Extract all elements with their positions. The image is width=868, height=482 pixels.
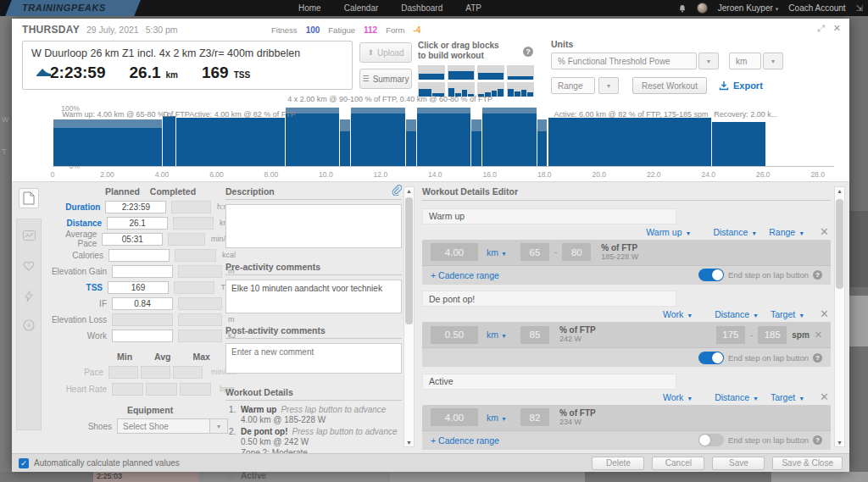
nav-calendar[interactable]: Calendar: [344, 3, 379, 13]
duration-type-dropdown[interactable]: Distance▼: [713, 227, 757, 237]
intensity-input[interactable]: [520, 408, 549, 426]
intensity-input[interactable]: [520, 326, 549, 344]
lap-button-toggle[interactable]: [698, 352, 724, 364]
modal-expand-icon[interactable]: ⤢: [817, 24, 825, 32]
step-unit-dropdown[interactable]: km▼: [487, 413, 507, 423]
tab-power-icon[interactable]: [19, 286, 39, 307]
step-name-input[interactable]: [422, 374, 676, 390]
stat-label[interactable]: TSS: [47, 283, 108, 292]
trainingpeaks-logo[interactable]: TRAININGPEAKS: [22, 3, 106, 13]
intensity-type-dropdown[interactable]: Range▼: [769, 227, 804, 237]
distance-units-chevron-icon[interactable]: ▾: [763, 53, 783, 69]
workout-block[interactable]: [477, 65, 504, 80]
intensity-low-input[interactable]: [520, 243, 549, 261]
post-activity-input[interactable]: [225, 343, 402, 374]
lap-help-icon[interactable]: ?: [813, 270, 822, 280]
workout-title[interactable]: W Duurloop 26 km Z1 incl. 4x 2 km Z3/r= …: [31, 47, 343, 59]
delete-button[interactable]: Delete: [592, 457, 644, 470]
workout-summary-card[interactable]: W Duurloop 26 km Z1 incl. 4x 2 km Z3/r= …: [22, 41, 353, 90]
chart-bar[interactable]: [53, 119, 162, 166]
intensity-units-chevron-icon[interactable]: ▾: [698, 53, 719, 69]
step-name-input[interactable]: [422, 208, 676, 224]
tab-heart-rate-icon[interactable]: [19, 256, 39, 276]
step-unit-dropdown[interactable]: km▼: [487, 247, 507, 258]
notifications-bell-icon[interactable]: [678, 4, 687, 13]
lap-help-icon[interactable]: ?: [813, 353, 822, 363]
chart-bar[interactable]: [339, 119, 350, 166]
step-distance-input[interactable]: [431, 326, 478, 344]
scroll-down-icon[interactable]: ▼: [404, 440, 414, 446]
step-type-dropdown[interactable]: Work▼: [663, 309, 693, 319]
chart-bar[interactable]: [175, 118, 285, 166]
chart-bar[interactable]: [350, 108, 404, 166]
description-input[interactable]: [225, 204, 402, 248]
stat-planned-input[interactable]: [105, 201, 166, 213]
lap-button-toggle[interactable]: [698, 269, 724, 281]
stat-planned-input[interactable]: [112, 330, 173, 342]
chart-bar[interactable]: [416, 108, 470, 166]
chart-bar[interactable]: [548, 118, 711, 166]
lap-button-toggle[interactable]: [698, 434, 724, 446]
tab-chart-icon[interactable]: [19, 225, 39, 246]
nav-home[interactable]: Home: [298, 3, 321, 13]
stat-planned-input[interactable]: [112, 313, 173, 326]
remove-cadence-icon[interactable]: ✕: [815, 330, 822, 341]
comments-scrollbar[interactable]: ▲ ▼: [403, 186, 415, 447]
chart-bar[interactable]: [470, 119, 481, 166]
palette-help-icon[interactable]: ?: [523, 47, 533, 57]
intensity-units-select[interactable]: % Functional Threshold Powe: [551, 53, 697, 69]
save-close-button[interactable]: Save & Close: [772, 457, 843, 470]
lap-help-icon[interactable]: ?: [813, 435, 822, 445]
stat-planned-input[interactable]: [112, 297, 173, 310]
workout-block[interactable]: [448, 65, 475, 80]
stat-label[interactable]: Distance: [47, 219, 107, 228]
stat-planned-input[interactable]: [112, 265, 173, 278]
stat-planned-input[interactable]: [108, 249, 170, 262]
save-button[interactable]: Save: [712, 457, 765, 470]
stat-planned-input[interactable]: [102, 233, 163, 246]
chart-bar[interactable]: [481, 108, 536, 166]
export-button[interactable]: Export: [719, 80, 763, 91]
range-select[interactable]: Range: [551, 77, 595, 94]
pre-activity-input[interactable]: Elke 10 minuten aandacht voor techniek: [225, 280, 402, 313]
delete-step-icon[interactable]: ✕: [820, 227, 829, 237]
user-avatar[interactable]: [697, 3, 708, 14]
tab-details-icon[interactable]: [19, 188, 39, 208]
step-type-dropdown[interactable]: Warm up▼: [646, 227, 691, 237]
cadence-low-input[interactable]: [716, 326, 745, 344]
auto-calc-checkbox[interactable]: ✓: [19, 458, 29, 468]
stat-planned-input[interactable]: [107, 217, 168, 230]
cancel-button[interactable]: Cancel: [652, 457, 704, 470]
nav-dashboard[interactable]: Dashboard: [401, 3, 442, 13]
range-chevron-icon[interactable]: ▾: [598, 77, 619, 94]
step-unit-dropdown[interactable]: km▼: [487, 330, 507, 340]
tab-time-icon[interactable]: [19, 315, 39, 335]
workout-block[interactable]: [418, 65, 445, 80]
intensity-type-dropdown[interactable]: Target▼: [771, 392, 804, 402]
nav-atp[interactable]: ATP: [465, 3, 481, 13]
scroll-down-icon[interactable]: ▼: [835, 440, 844, 446]
upload-button[interactable]: ⬆ Upload: [359, 42, 412, 63]
attachment-paperclip-icon[interactable]: [392, 185, 402, 196]
scroll-up-icon[interactable]: ▲: [835, 188, 844, 194]
intensity-type-dropdown[interactable]: Target▼: [771, 309, 804, 319]
delete-step-icon[interactable]: ✕: [820, 309, 829, 319]
chart-bar[interactable]: [162, 116, 175, 166]
reset-workout-button[interactable]: Reset Workout: [632, 77, 707, 94]
chart-bar[interactable]: [711, 122, 765, 166]
chart-bar[interactable]: [537, 119, 548, 166]
editor-scrollbar[interactable]: ▲ ▼: [834, 186, 845, 447]
duration-type-dropdown[interactable]: Distance▼: [715, 392, 759, 402]
step-distance-input[interactable]: [431, 408, 478, 426]
stat-label[interactable]: Duration: [47, 202, 105, 212]
scroll-up-icon[interactable]: ▲: [404, 188, 414, 194]
intensity-high-input[interactable]: [562, 243, 591, 261]
cadence-high-input[interactable]: [758, 326, 787, 344]
workout-block[interactable]: [507, 65, 534, 80]
modal-close-icon[interactable]: ✕: [833, 24, 841, 32]
user-menu[interactable]: Jeroen Kuyper▾: [718, 3, 779, 13]
add-cadence-range-link[interactable]: + Cadence range: [431, 435, 499, 446]
duration-type-dropdown[interactable]: Distance▼: [715, 309, 759, 319]
chart-bar[interactable]: [405, 119, 416, 166]
fullscreen-icon[interactable]: ⇲: [856, 3, 863, 13]
